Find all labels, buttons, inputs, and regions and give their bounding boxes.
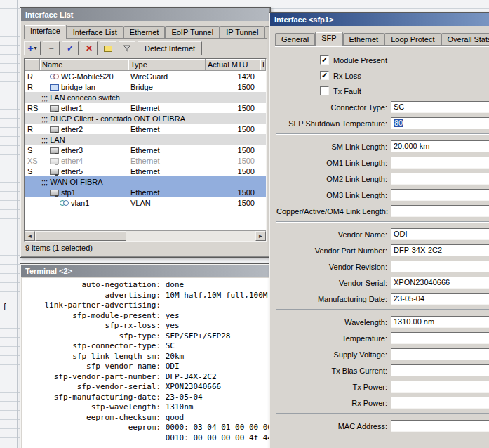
window-title-text: Terminal <2>	[25, 267, 72, 275]
detect-internet-button[interactable]: Detect Internet	[138, 41, 202, 55]
field-row: Tx Bias Current:	[276, 364, 489, 376]
module-present-row[interactable]: Module Present	[320, 55, 489, 65]
table-row[interactable]: R ether2 Ethernet 1500	[25, 124, 266, 134]
table-row[interactable]: vlan1 VLAN 1500	[25, 197, 266, 208]
vendor-part-number-input[interactable]: DFP-34X-2C2	[391, 244, 489, 256]
row-name: bridge-lan	[61, 83, 95, 91]
filter-button[interactable]	[119, 41, 135, 55]
terminal-output[interactable]: auto-negotiation: done advertising: 10M-…	[22, 278, 269, 448]
tx-power-input[interactable]	[391, 381, 489, 393]
comment-button[interactable]	[100, 41, 116, 55]
scroll-right-button[interactable]: ►	[255, 231, 266, 241]
separator	[276, 413, 489, 414]
column-header-name[interactable]: Name	[40, 59, 128, 71]
window-title[interactable]: Interface <sfp1>	[270, 13, 489, 26]
tx-bias-current-input[interactable]	[391, 364, 489, 376]
tab-overall-stats[interactable]: Overall Stats	[441, 33, 489, 46]
rx-loss-row[interactable]: Rx Loss	[320, 70, 489, 81]
manufacturing-date-input[interactable]: 23-05-04	[391, 293, 489, 305]
field-row: MAC Address:	[276, 420, 489, 432]
module-present-checkbox[interactable]	[320, 55, 329, 65]
table-row[interactable]: R WG-MobileS20 WireGuard 1420	[25, 71, 266, 81]
vendor-name-input[interactable]: ODI	[391, 228, 489, 240]
minus-icon: −	[48, 44, 53, 53]
copper-om4-link-length-input[interactable]	[391, 205, 489, 217]
check-icon: ✓	[67, 44, 74, 53]
rx-loss-checkbox[interactable]	[320, 71, 329, 80]
terminal-line: 0010: 00 00 00 00 4f 44	[26, 433, 269, 444]
field-label: SM Link Length:	[276, 143, 387, 151]
wavelength-input[interactable]: 1310.00 nm	[391, 316, 489, 328]
field-row: Vendor Serial: XPON23040666	[276, 277, 489, 289]
window-title[interactable]: Interface List	[21, 8, 269, 21]
table-row[interactable]: RS ether1 Ethernet 1500	[25, 103, 266, 113]
field-row: Temperature:	[276, 332, 489, 344]
column-header-flags[interactable]	[25, 59, 40, 71]
table-row-selected[interactable]: sfp1 Ethernet 1500	[25, 187, 266, 197]
terminal-line: sfp-type: SFP/SFP+/SFP28	[26, 331, 269, 342]
row-flags: XS	[25, 157, 40, 165]
scroll-left-button[interactable]: ◄	[25, 231, 35, 241]
terminal-line: sfp-vendor-name: ODI	[26, 362, 269, 372]
table-row-comment[interactable]: ;;; LAN conecao switch	[25, 92, 266, 103]
field-label: OM2 Link Length:	[276, 175, 387, 183]
sm-link-length-input[interactable]: 20.000 km	[391, 140, 489, 152]
row-name: vlan1	[71, 199, 89, 207]
table-row-comment[interactable]: ;;; LAN	[25, 134, 266, 145]
om3-link-length-input[interactable]	[391, 189, 489, 201]
tx-fault-checkbox[interactable]	[320, 86, 329, 95]
column-header-type[interactable]: Type	[128, 59, 206, 71]
plus-icon: +	[27, 44, 33, 53]
tx-fault-row[interactable]: Tx Fault	[320, 86, 489, 96]
supply-voltage-input[interactable]	[391, 348, 489, 360]
om1-link-length-input[interactable]	[391, 157, 489, 169]
scrollbar-thumb[interactable]	[35, 231, 126, 241]
column-header-actual-mtu[interactable]: Actual MTU	[206, 59, 260, 71]
wireguard-icon	[50, 72, 59, 80]
field-label: Vendor Part Number:	[276, 246, 387, 255]
sfp-shutdown-temperature-input[interactable]: 80	[391, 117, 489, 129]
window-title[interactable]: Terminal <2>	[21, 265, 269, 277]
add-button[interactable]: +▾	[24, 41, 41, 55]
separator	[276, 133, 489, 135]
table-row-comment[interactable]: ;;; DHCP Client - conctado ONT OI FIBRA	[25, 113, 266, 124]
row-name: WG-MobileS20	[61, 72, 114, 81]
terminal-line: sfp-vendor-part-number: DFP-34X-2C2	[26, 372, 269, 383]
enable-button[interactable]: ✓	[62, 41, 79, 55]
background-text: f	[4, 302, 6, 312]
tab-interface[interactable]: Interface	[24, 25, 67, 39]
tab-ethernet[interactable]: Ethernet	[343, 33, 385, 46]
tab-loop-protect[interactable]: Loop Protect	[384, 33, 441, 46]
tab-general[interactable]: General	[275, 33, 315, 46]
vendor-revision-input[interactable]	[391, 261, 489, 272]
row-type: VLAN	[128, 199, 206, 207]
horizontal-scrollbar[interactable]: ◄ ►	[25, 230, 266, 241]
rx-power-input[interactable]	[391, 397, 489, 409]
table-row[interactable]: S ether3 Ethernet 1500	[25, 145, 266, 155]
table-row[interactable]: XS ether4 Ethernet 1500	[25, 155, 266, 166]
mac-address-input[interactable]	[391, 420, 489, 432]
row-actual-mtu: 1500	[206, 83, 260, 91]
row-flags: RS	[25, 104, 40, 112]
row-name: ether5	[61, 167, 83, 176]
tab-ethernet[interactable]: Ethernet	[123, 26, 166, 39]
row-name: sfp1	[61, 188, 76, 197]
tab-interface-list[interactable]: Interface List	[67, 26, 123, 39]
terminal-line: sfp-wavelength: 1310nm	[26, 402, 269, 413]
remove-button[interactable]: −	[43, 41, 60, 55]
table-row-comment[interactable]: ;;; WAN OI FIBRA	[25, 176, 266, 187]
table-row[interactable]: R bridge-lan Bridge 1500	[25, 81, 266, 92]
connector-type-input[interactable]: SC	[391, 101, 489, 113]
disable-button[interactable]: ✕	[81, 41, 98, 55]
column-header-l2[interactable]: L2	[260, 59, 266, 71]
tab-ip-tunnel[interactable]: IP Tunnel	[220, 26, 264, 39]
comment-icon	[104, 46, 112, 52]
tab-sfp[interactable]: SFP	[315, 32, 342, 46]
table-row[interactable]: S ether5 Ethernet 1500	[25, 166, 266, 176]
field-row: Copper/Active/OM4 Link Length:	[276, 205, 489, 217]
temperature-input[interactable]	[391, 332, 489, 344]
vendor-serial-input[interactable]: XPON23040666	[391, 277, 489, 289]
om2-link-length-input[interactable]	[391, 173, 489, 185]
tab-eoip-tunnel[interactable]: EoIP Tunnel	[165, 26, 220, 39]
row-name: ether2	[61, 125, 83, 133]
